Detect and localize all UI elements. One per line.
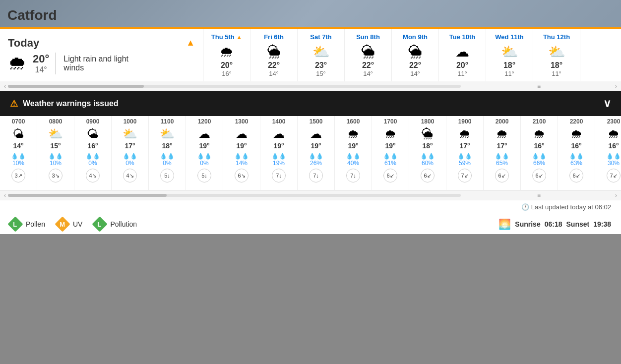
- daily-forecast-card[interactable]: Thu 12th ⛅ 18° 11°: [533, 29, 580, 81]
- bottom-right-arrow[interactable]: ›: [615, 192, 617, 199]
- center-scroll-marker: ≡: [537, 83, 541, 90]
- day-temp-high: 23°: [315, 61, 327, 70]
- hour-time-label: 1000: [124, 118, 137, 125]
- daily-forecast-card[interactable]: Sun 8th 🌦 22° 14°: [345, 29, 392, 81]
- day-temp-high: 18°: [551, 61, 562, 70]
- rain-drops: 💧💧: [234, 153, 249, 160]
- daily-forecast-card[interactable]: Fri 6th 🌦 22° 14°: [250, 29, 298, 81]
- hour-weather-icon: 🌤: [12, 127, 24, 141]
- hour-cell: 1100 ⛅ 18° 💧💧 0% 5↓: [149, 116, 186, 190]
- warning-banner[interactable]: ⚠ Weather warnings issued ∨: [0, 91, 621, 116]
- hour-time-label: 2200: [570, 118, 583, 125]
- wind-indicator: 7↓: [309, 169, 323, 182]
- rain-pct: 30%: [608, 160, 620, 167]
- daily-forecast-card[interactable]: Sat 7th ⛅ 23° 15°: [298, 29, 345, 81]
- pollen-badge-label: L: [13, 219, 17, 230]
- today-temp-high: 20°: [33, 53, 49, 65]
- hour-time-label: 0700: [12, 118, 25, 125]
- day-icon: ⛅: [548, 44, 565, 60]
- rain-drops: 💧💧: [495, 153, 509, 160]
- scroll-thumb: [8, 85, 144, 88]
- wind-arrow: 6↙: [498, 173, 505, 179]
- hour-temp: 17°: [124, 142, 135, 150]
- hour-time-label: 1200: [198, 118, 211, 125]
- hour-weather-icon: 🌧: [570, 127, 582, 141]
- today-panel: Today ▲ 🌧 20° 14° Light rain and light w…: [0, 29, 203, 81]
- today-title: Today ▲: [8, 37, 195, 50]
- today-warning-icon: ▲: [186, 38, 195, 48]
- hour-weather-icon: 🌧: [608, 127, 620, 141]
- day-name: Sat 7th: [310, 33, 331, 41]
- hour-temp: 15°: [50, 142, 61, 150]
- wind-indicator: 7↓: [346, 169, 360, 182]
- rain-section: 💧💧 14%: [234, 153, 249, 167]
- warning-chevron-icon[interactable]: ∨: [603, 97, 611, 110]
- pollution-badge: L: [92, 216, 108, 232]
- rain-drops: 💧💧: [11, 153, 26, 160]
- day-icon: 🌦: [361, 44, 375, 60]
- rain-section: 💧💧 60%: [420, 153, 435, 167]
- daily-forecast-card[interactable]: Thu 5th ▲ 🌧 20° 16°: [203, 29, 250, 81]
- wind-arrow: 7↙: [461, 173, 468, 179]
- hour-temp: 19°: [310, 142, 321, 150]
- day-temp-low: 14°: [410, 70, 420, 77]
- day-icon: ☁: [455, 44, 469, 60]
- hour-cell: 1500 ☁ 19° 💧💧 26% 7↓: [298, 116, 335, 190]
- hour-cell: 1300 ☁ 19° 💧💧 14% 6↘: [223, 116, 260, 190]
- today-weather-icon: 🌧: [8, 53, 27, 74]
- uv-label: UV: [73, 220, 82, 228]
- daily-forecast-card[interactable]: Wed 11th ⛅ 18° 11°: [486, 29, 533, 81]
- wind-indicator: 3↗: [11, 169, 25, 182]
- rain-pct: 0%: [125, 160, 134, 167]
- day-temp-high: 22°: [362, 61, 374, 70]
- hour-weather-icon: ☁: [310, 127, 322, 141]
- rain-section: 💧💧 0%: [160, 153, 175, 167]
- rain-pct: 19%: [273, 160, 285, 167]
- hour-weather-icon: 🌧: [459, 127, 471, 141]
- pollen-badge: L: [7, 216, 23, 232]
- day-name: Wed 11th: [495, 33, 524, 41]
- hour-temp: 19°: [236, 142, 247, 150]
- updated-text: Last updated today at 06:02: [531, 203, 611, 211]
- hour-temp: 18°: [162, 142, 172, 150]
- daily-forecast-card[interactable]: Mon 9th 🌦 22° 14°: [392, 29, 439, 81]
- wind-arrow: 3↗: [14, 173, 22, 179]
- hour-time-label: 2100: [533, 118, 546, 125]
- today-temps: 20° 14°: [33, 53, 56, 74]
- forecast-bar: Today ▲ 🌧 20° 14° Light rain and light w…: [0, 27, 621, 81]
- rain-pct: 65%: [496, 160, 508, 167]
- hour-cell: 1200 ☁ 19° 💧💧 0% 5↓: [186, 116, 223, 190]
- scroll-bar-top[interactable]: ‹ ≡ ›: [0, 81, 621, 91]
- rain-section: 💧💧 0%: [197, 153, 212, 167]
- uv-badge-label: M: [60, 219, 65, 230]
- rain-pct: 66%: [533, 160, 545, 167]
- hour-cell: 2100 🌧 16° 💧💧 66% 6↙: [521, 116, 558, 190]
- left-scroll-arrow[interactable]: ‹: [4, 83, 6, 90]
- pollution-label: Pollution: [110, 220, 137, 228]
- sunrise-label: Sunrise: [515, 220, 540, 228]
- wind-indicator: 7↙: [458, 169, 472, 182]
- hour-temp: 18°: [422, 142, 433, 150]
- hourly-wrapper: 0700 🌤 14° 💧💧 10% 3↗ 0800 ⛅ 15° 💧💧 10% 3…: [0, 116, 621, 190]
- daily-forecast-card[interactable]: Tue 10th ☁ 20° 11°: [439, 29, 486, 81]
- today-label: Today: [8, 37, 39, 50]
- hour-cell: 2300 🌧 16° 💧💧 30% 7↙: [595, 116, 621, 190]
- bottom-left-arrow[interactable]: ‹: [4, 192, 6, 199]
- day-temp-high: 20°: [456, 61, 468, 70]
- wind-arrow: 6↙: [572, 173, 580, 179]
- day-icon: 🌦: [267, 44, 281, 60]
- wind-indicator: 5↓: [160, 169, 174, 182]
- rain-drops: 💧💧: [569, 153, 584, 160]
- rain-pct: 60%: [422, 160, 434, 167]
- today-description: Light rain and light winds: [63, 55, 143, 72]
- wind-indicator: 7↙: [607, 169, 621, 182]
- rain-section: 💧💧 26%: [309, 153, 323, 167]
- day-icon: ⛅: [312, 44, 330, 60]
- rain-pct: 0%: [88, 160, 97, 167]
- right-scroll-arrow[interactable]: ›: [615, 83, 617, 90]
- wind-indicator: 6↙: [383, 169, 397, 182]
- scroll-bar-bottom[interactable]: ‹ ≡ ›: [0, 190, 621, 200]
- wind-arrow: 7↓: [276, 173, 282, 179]
- hour-weather-icon: ⛅: [48, 127, 63, 141]
- hourly-scroll[interactable]: 0700 🌤 14° 💧💧 10% 3↗ 0800 ⛅ 15° 💧💧 10% 3…: [0, 116, 621, 190]
